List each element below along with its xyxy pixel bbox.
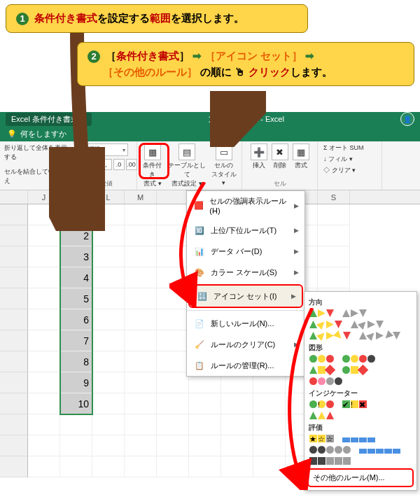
cell[interactable] xyxy=(125,435,157,456)
clear-button[interactable]: ◇ クリア ▾ xyxy=(323,166,356,175)
cell[interactable] xyxy=(28,246,60,267)
menu-top-bottom-rules[interactable]: 🔟上位/下位ルール(T)▶ xyxy=(187,220,304,241)
delete-button[interactable]: ✖削除 xyxy=(272,144,288,170)
cell[interactable] xyxy=(92,225,125,246)
col-header[interactable]: J xyxy=(28,190,60,204)
iconset-option[interactable] xyxy=(342,365,368,374)
iconset-option[interactable] xyxy=(309,456,351,465)
iconset-option[interactable] xyxy=(309,411,335,420)
row-header[interactable] xyxy=(0,435,28,456)
cell[interactable]: 4 xyxy=(60,267,92,288)
cell[interactable]: 5 xyxy=(60,288,92,309)
currency-button[interactable]: ¥ xyxy=(76,159,87,170)
cell[interactable] xyxy=(125,351,157,372)
cell[interactable] xyxy=(125,225,157,246)
cell[interactable] xyxy=(157,246,189,267)
cell[interactable] xyxy=(157,435,189,456)
number-format-combo[interactable]: 標準 xyxy=(85,144,128,156)
iconset-option[interactable] xyxy=(309,365,335,374)
cell[interactable] xyxy=(157,393,189,414)
cell[interactable] xyxy=(92,330,125,351)
col-header[interactable]: L xyxy=(92,190,125,204)
menu-manage-rules[interactable]: 📋ルールの管理(R)... xyxy=(187,355,304,376)
cell[interactable] xyxy=(125,267,157,288)
cell[interactable] xyxy=(125,456,157,477)
cell[interactable] xyxy=(125,372,157,393)
cell[interactable] xyxy=(125,393,157,414)
cell[interactable] xyxy=(28,351,60,372)
col-header[interactable]: K xyxy=(60,190,92,204)
format-as-table-button[interactable]: ▤ テーブルとして 書式設定 ▾ xyxy=(168,144,206,188)
menu-new-rule[interactable]: 📄新しいルール(N)... xyxy=(187,313,304,334)
cell[interactable] xyxy=(92,435,125,456)
percent-button[interactable]: % xyxy=(88,159,99,170)
user-avatar[interactable]: 👤 xyxy=(400,112,414,126)
cell[interactable] xyxy=(125,330,157,351)
col-header[interactable]: M xyxy=(125,190,157,204)
iconset-option[interactable]: ★☆☆ xyxy=(309,434,335,443)
cell[interactable] xyxy=(318,225,350,246)
row-header[interactable] xyxy=(0,288,28,309)
iconset-option[interactable]: ! xyxy=(309,400,335,409)
menu-data-bars[interactable]: 📊データ バー(D)▶ xyxy=(187,241,304,262)
cell[interactable] xyxy=(189,435,221,456)
cell[interactable] xyxy=(253,456,286,477)
cell-styles-button[interactable]: ▭ セルの スタイル ▾ xyxy=(211,144,237,188)
cell[interactable] xyxy=(60,414,92,435)
cell[interactable] xyxy=(92,309,125,330)
iconset-option[interactable] xyxy=(309,377,343,386)
iconset-option[interactable] xyxy=(358,331,401,340)
row-header[interactable] xyxy=(0,456,28,477)
cell[interactable] xyxy=(28,435,60,456)
cell[interactable] xyxy=(253,393,286,414)
cell[interactable] xyxy=(157,225,189,246)
comma-button[interactable]: , xyxy=(101,159,112,170)
conditional-format-button[interactable]: ▦ 条件付き 書式 ▾ xyxy=(141,144,164,188)
cell[interactable] xyxy=(221,393,253,414)
iconset-option[interactable] xyxy=(342,309,368,318)
col-header[interactable]: S xyxy=(318,190,350,204)
cell[interactable] xyxy=(157,456,189,477)
cell[interactable] xyxy=(157,414,189,435)
menu-icon-sets[interactable]: 🔣アイコン セット(I)▶ xyxy=(188,284,303,308)
cell[interactable] xyxy=(28,330,60,351)
col-header[interactable] xyxy=(157,190,189,204)
more-rules-button[interactable]: その他のルール(M)... xyxy=(307,468,414,487)
cell[interactable] xyxy=(92,246,125,267)
cell[interactable] xyxy=(92,288,125,309)
cell[interactable] xyxy=(28,393,60,414)
cell[interactable] xyxy=(92,414,125,435)
cell[interactable] xyxy=(318,246,350,267)
autosum-button[interactable]: Σ オート SUM xyxy=(323,144,364,153)
cell[interactable] xyxy=(157,288,189,309)
cell[interactable]: 8 xyxy=(60,351,92,372)
cell[interactable] xyxy=(157,372,189,393)
cell[interactable] xyxy=(189,393,221,414)
wrap-text-button[interactable]: 折り返して全体を表示する xyxy=(4,144,71,162)
cell[interactable] xyxy=(28,372,60,393)
row-header[interactable] xyxy=(0,204,28,225)
row-header[interactable] xyxy=(0,225,28,246)
iconset-option[interactable]: ✔!✖ xyxy=(342,400,368,409)
cell[interactable] xyxy=(28,288,60,309)
cell[interactable] xyxy=(92,456,125,477)
iconset-option[interactable] xyxy=(342,434,376,443)
dec-inc-button[interactable]: .00 xyxy=(126,159,137,170)
cell[interactable]: 6 xyxy=(60,309,92,330)
cell[interactable]: 10 xyxy=(60,393,92,414)
iconset-option[interactable] xyxy=(350,320,384,329)
cell[interactable] xyxy=(92,204,125,225)
inc-dec-button[interactable]: .0 xyxy=(113,159,125,170)
cell[interactable] xyxy=(125,246,157,267)
cell[interactable] xyxy=(28,267,60,288)
cell[interactable] xyxy=(189,456,221,477)
row-header[interactable] xyxy=(0,414,28,435)
row-header[interactable] xyxy=(0,393,28,414)
cell[interactable] xyxy=(157,351,189,372)
iconset-option[interactable] xyxy=(342,354,376,363)
cell[interactable] xyxy=(157,267,189,288)
cell[interactable] xyxy=(221,435,253,456)
cell[interactable]: 2 xyxy=(60,225,92,246)
cell[interactable] xyxy=(92,351,125,372)
cell[interactable] xyxy=(92,393,125,414)
